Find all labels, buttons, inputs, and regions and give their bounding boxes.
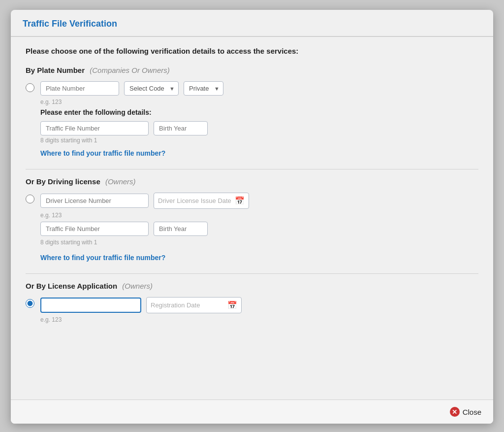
plate-traffic-file-group	[40, 121, 149, 135]
driver-license-number-input[interactable]	[40, 194, 149, 208]
modal-header: Traffic File Verification	[11, 10, 493, 37]
driving-license-section-title: Or By Driving license (Owners)	[26, 177, 478, 186]
select-code-wrapper: Select Code ▼	[124, 81, 179, 96]
plate-details-block: Please enter the following details: 8 di…	[40, 108, 478, 159]
traffic-type-dropdown[interactable]: Private	[184, 81, 223, 96]
modal: Traffic File Verification Please choose …	[11, 10, 493, 424]
license-application-section: Or By License Application (Owners) Regis…	[26, 282, 478, 323]
driving-license-fields: Driver License Issue Date 📅 e.g. 123 8 d…	[40, 193, 478, 264]
plate-hint: e.g. 123	[40, 99, 478, 105]
driving-find-file-link[interactable]: Where to find your traffic file number?	[40, 254, 478, 262]
license-app-hint: e.g. 123	[40, 316, 478, 323]
close-label: Close	[463, 408, 481, 416]
close-icon: ✕	[450, 407, 460, 417]
plate-number-fields: Select Code ▼ Private ▼ e.g. 123	[40, 81, 478, 105]
plate-number-radio[interactable]	[26, 83, 34, 92]
plate-find-file-link[interactable]: Where to find your traffic file number?	[40, 149, 165, 157]
license-application-radio-row: Registration Date 📅 e.g. 123	[26, 297, 478, 323]
plate-birth-year-group	[154, 121, 208, 135]
modal-footer: ✕ Close	[11, 399, 493, 424]
plate-number-section-title: By Plate Number (Companies Or Owners)	[26, 66, 478, 74]
traffic-type-wrapper: Private ▼	[184, 81, 223, 96]
close-button[interactable]: ✕ Close	[450, 407, 481, 417]
driving-license-inputs-row: Driver License Issue Date 📅	[40, 193, 478, 209]
enter-details-title: Please enter the following details:	[40, 108, 478, 116]
modal-body: Please choose one of the following verif…	[11, 37, 493, 399]
plate-number-input[interactable]	[40, 81, 119, 96]
driving-traffic-file-input[interactable]	[40, 222, 149, 236]
plate-birth-year-input[interactable]	[154, 121, 208, 135]
driving-license-radio-row: Driver License Issue Date 📅 e.g. 123 8 d…	[26, 193, 478, 264]
modal-title: Traffic File Verification	[23, 19, 117, 29]
plate-number-inputs-row: Select Code ▼ Private ▼	[40, 81, 478, 96]
plate-file-row	[40, 121, 478, 135]
reg-date-label: Registration Date	[151, 301, 224, 309]
license-application-radio[interactable]	[26, 299, 34, 308]
intro-text: Please choose one of the following verif…	[26, 47, 478, 55]
select-code-dropdown[interactable]: Select Code	[124, 81, 179, 96]
license-application-number-input[interactable]	[40, 298, 141, 313]
driver-issue-date-wrapper: Driver License Issue Date 📅	[154, 193, 249, 209]
driving-birth-year-input[interactable]	[154, 222, 208, 236]
driving-license-section: Or By Driving license (Owners) Driver Li…	[26, 177, 478, 264]
divider-1	[26, 169, 478, 169]
driver-issue-date-label: Driver License Issue Date	[158, 197, 232, 204]
plate-traffic-file-input[interactable]	[40, 121, 149, 135]
plate-number-radio-row: Select Code ▼ Private ▼ e.g. 123	[26, 81, 478, 105]
driving-traffic-file-hint: 8 digits starting with 1	[40, 239, 478, 246]
reg-date-calendar-icon[interactable]: 📅	[227, 300, 237, 310]
license-application-inputs-row: Registration Date 📅	[40, 297, 478, 313]
plate-traffic-file-hint: 8 digits starting with 1	[40, 137, 97, 144]
license-application-fields: Registration Date 📅 e.g. 123	[40, 297, 478, 323]
driver-hint: e.g. 123	[40, 212, 478, 219]
driving-file-row	[40, 222, 478, 236]
driving-license-radio[interactable]	[26, 195, 34, 203]
plate-number-section: By Plate Number (Companies Or Owners) Se…	[26, 66, 478, 159]
license-application-title: Or By License Application (Owners)	[26, 282, 478, 290]
driver-issue-date-calendar-icon[interactable]: 📅	[235, 196, 245, 205]
reg-date-wrapper: Registration Date 📅	[146, 297, 242, 313]
divider-2	[26, 273, 478, 274]
